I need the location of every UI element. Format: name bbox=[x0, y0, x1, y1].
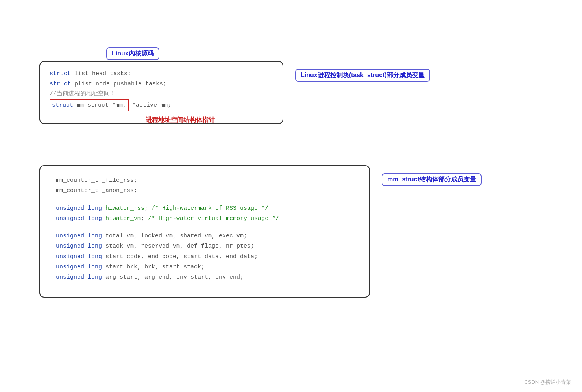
mm-struct-text: mm_struct结构体部分成员变量 bbox=[387, 176, 476, 183]
bottom-code-box: mm_counter_t _file_rss; mm_counter_t _an… bbox=[39, 165, 370, 298]
bottom-line-1: mm_counter_t _file_rss; bbox=[56, 176, 357, 186]
kernel-source-text: Linux内核源码 bbox=[112, 50, 154, 57]
bottom-line-6: unsigned long stack_vm, reserved_vm, def… bbox=[56, 241, 357, 251]
bottom-line-4: unsigned long hiwater_vm; /* High-water … bbox=[56, 214, 357, 224]
top-code-box: struct list_head tasks; struct plist_nod… bbox=[39, 61, 283, 124]
code-line-4: struct mm_struct *mm, *active_mm; bbox=[50, 99, 273, 112]
code-line-2: struct plist_node pushable_tasks; bbox=[50, 79, 273, 89]
bottom-line-9: unsigned long arg_start, arg_end, env_st… bbox=[56, 272, 357, 283]
label-task-struct: Linux进程控制块(task_struct)部分成员变量 bbox=[295, 69, 430, 82]
label-process-ptr: 进程地址空间结构体指针 bbox=[146, 116, 215, 124]
bottom-line-5: unsigned long total_vm, locked_vm, share… bbox=[56, 231, 357, 241]
page-container: Linux内核源码 struct list_head tasks; struct… bbox=[0, 0, 582, 392]
task-struct-text: Linux进程控制块(task_struct)部分成员变量 bbox=[301, 72, 425, 78]
code-line-1: struct list_head tasks; bbox=[50, 69, 273, 79]
gap-1 bbox=[56, 196, 357, 203]
bottom-line-7: unsigned long start_code, end_code, star… bbox=[56, 252, 357, 262]
bottom-line-3: unsigned long hiwater_rss; /* High-water… bbox=[56, 203, 357, 214]
process-ptr-text: 进程地址空间结构体指针 bbox=[146, 116, 215, 123]
gap-2 bbox=[56, 224, 357, 231]
bottom-line-8: unsigned long start_brk, brk, start_stac… bbox=[56, 262, 357, 272]
bottom-line-2: mm_counter_t _anon_rss; bbox=[56, 186, 357, 196]
code-line-3: //当前进程的地址空间！ bbox=[50, 89, 273, 99]
label-kernel-source: Linux内核源码 bbox=[106, 47, 159, 60]
watermark: CSDN @捞烂小青菜 bbox=[524, 379, 571, 386]
label-mm-struct: mm_struct结构体部分成员变量 bbox=[382, 173, 482, 186]
